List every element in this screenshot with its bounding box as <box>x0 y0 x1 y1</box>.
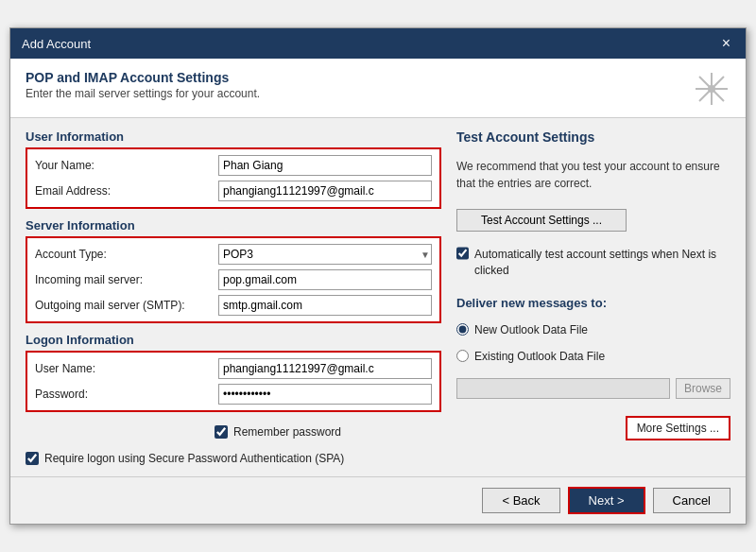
logon-info-bordered: User Name: Password: <box>26 351 441 412</box>
existing-outlook-radio[interactable] <box>456 350 469 362</box>
remember-password-checkbox[interactable] <box>215 425 228 439</box>
header-title: POP and IMAP Account Settings <box>26 70 260 85</box>
test-description: We recommend that you test your account … <box>456 158 730 192</box>
close-button[interactable]: × <box>718 36 734 51</box>
more-settings-row: More Settings ... <box>456 416 730 440</box>
existing-outlook-label: Existing Outlook Data File <box>474 350 605 363</box>
server-info-bordered: Account Type: POP3 IMAP ▼ Incoming mail … <box>26 236 441 323</box>
incoming-mail-label: Incoming mail server: <box>35 273 215 286</box>
header-subtitle: Enter the mail server settings for your … <box>26 87 260 100</box>
outgoing-mail-input[interactable] <box>218 295 432 316</box>
account-type-select[interactable]: POP3 IMAP <box>218 244 432 265</box>
cancel-button[interactable]: Cancel <box>653 488 730 513</box>
header-icon <box>693 70 730 108</box>
account-type-row: Account Type: POP3 IMAP ▼ <box>35 244 432 265</box>
email-address-row: Email Address: <box>35 181 432 201</box>
content-area: User Information Your Name: Email Addres… <box>10 118 746 476</box>
svg-point-4 <box>708 85 715 93</box>
more-settings-button[interactable]: More Settings ... <box>626 416 730 440</box>
user-info-section: User Information Your Name: Email Addres… <box>26 129 441 209</box>
next-button[interactable]: Next > <box>568 487 645 514</box>
browse-row: Browse <box>456 378 730 399</box>
left-panel: User Information Your Name: Email Addres… <box>26 129 441 465</box>
incoming-mail-input[interactable] <box>218 269 432 290</box>
password-row: Password: <box>35 384 432 405</box>
remember-password-label: Remember password <box>233 425 341 439</box>
logon-info-section: Logon Information User Name: Password: <box>26 333 441 412</box>
password-label: Password: <box>35 388 215 401</box>
existing-outlook-row: Existing Outlook Data File <box>456 350 730 363</box>
auto-test-row: Automatically test account settings when… <box>456 247 730 279</box>
password-input[interactable] <box>218 384 432 405</box>
new-outlook-label: New Outlook Data File <box>474 323 588 336</box>
header-text: POP and IMAP Account Settings Enter the … <box>26 70 260 100</box>
browse-button[interactable]: Browse <box>676 378 730 399</box>
your-name-row: Your Name: <box>35 155 432 176</box>
test-account-settings-button[interactable]: Test Account Settings ... <box>456 209 627 232</box>
incoming-mail-row: Incoming mail server: <box>35 269 432 290</box>
test-account-title: Test Account Settings <box>456 129 730 145</box>
auto-test-checkbox[interactable] <box>456 247 469 260</box>
server-info-section: Server Information Account Type: POP3 IM… <box>26 218 441 323</box>
footer: < Back Next > Cancel <box>10 476 746 524</box>
back-button[interactable]: < Back <box>482 488 559 513</box>
new-outlook-row: New Outlook Data File <box>456 323 730 336</box>
your-name-label: Your Name: <box>35 159 215 172</box>
user-info-bordered: Your Name: Email Address: <box>26 147 441 209</box>
your-name-input[interactable] <box>218 155 432 176</box>
logon-info-title: Logon Information <box>26 333 441 347</box>
remember-password-row: Remember password <box>215 425 441 439</box>
deliver-title: Deliver new messages to: <box>456 296 730 310</box>
browse-input[interactable] <box>456 378 670 399</box>
email-address-label: Email Address: <box>35 184 215 198</box>
account-type-select-wrapper: POP3 IMAP ▼ <box>218 244 432 265</box>
title-bar: Add Account × <box>10 28 746 59</box>
outgoing-mail-label: Outgoing mail server (SMTP): <box>35 299 215 312</box>
user-name-label: User Name: <box>35 362 215 375</box>
spa-label: Require logon using Secure Password Auth… <box>44 452 344 465</box>
new-outlook-radio[interactable] <box>456 323 469 336</box>
header-section: POP and IMAP Account Settings Enter the … <box>10 59 746 118</box>
spa-checkbox[interactable] <box>26 452 39 465</box>
email-address-input[interactable] <box>218 181 432 201</box>
auto-test-label: Automatically test account settings when… <box>474 247 730 279</box>
account-type-label: Account Type: <box>35 248 215 261</box>
spa-row: Require logon using Secure Password Auth… <box>26 452 441 465</box>
outgoing-mail-row: Outgoing mail server (SMTP): <box>35 295 432 316</box>
user-name-row: User Name: <box>35 358 432 379</box>
user-name-input[interactable] <box>218 358 432 379</box>
add-account-dialog: Add Account × POP and IMAP Account Setti… <box>9 27 747 525</box>
user-info-title: User Information <box>26 129 441 144</box>
dialog-title: Add Account <box>22 37 91 51</box>
right-panel: Test Account Settings We recommend that … <box>456 129 730 465</box>
server-info-title: Server Information <box>26 218 441 233</box>
